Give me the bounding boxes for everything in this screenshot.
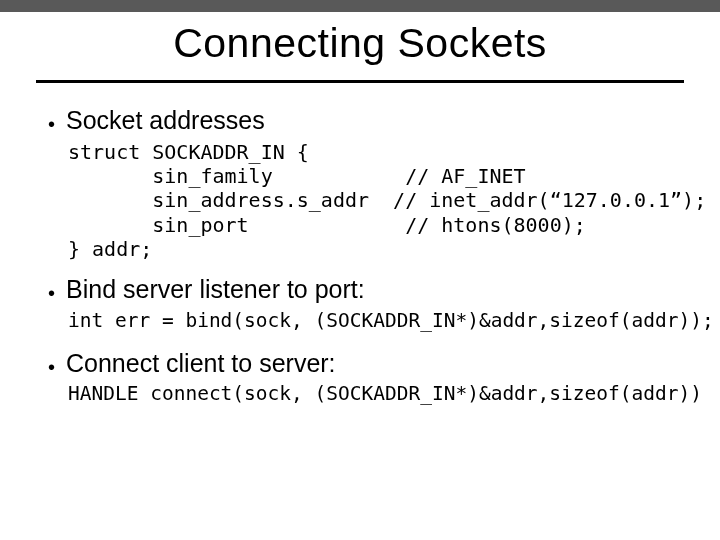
bullet-dot-icon: •: [48, 357, 66, 377]
code-line: } addr;: [68, 237, 152, 261]
bullet-text: Socket addresses: [66, 106, 265, 136]
code-line: sin_address.s_addr // inet_addr(“127.0.0…: [68, 188, 706, 212]
top-accent-bar: [0, 0, 720, 12]
code-block-struct: struct SOCKADDR_IN { sin_family // AF_IN…: [68, 140, 684, 262]
slide-title: Connecting Sockets: [0, 20, 720, 67]
slide-body: • Socket addresses struct SOCKADDR_IN { …: [48, 104, 684, 422]
bullet-dot-icon: •: [48, 283, 66, 303]
bullet-connect: • Connect client to server:: [48, 349, 684, 379]
bullet-bind: • Bind server listener to port:: [48, 275, 684, 305]
code-block-connect: HANDLE connect(sock, (SOCKADDR_IN*)&addr…: [68, 382, 684, 406]
code-line: HANDLE connect(sock, (SOCKADDR_IN*)&addr…: [68, 382, 702, 405]
code-line: struct SOCKADDR_IN {: [68, 140, 309, 164]
code-line: sin_family // AF_INET: [68, 164, 526, 188]
code-line: sin_port // htons(8000);: [68, 213, 586, 237]
bullet-dot-icon: •: [48, 114, 66, 134]
bullet-text: Bind server listener to port:: [66, 275, 365, 305]
title-underline: [36, 80, 684, 83]
code-line: int err = bind(sock, (SOCKADDR_IN*)&addr…: [68, 309, 714, 332]
code-block-bind: int err = bind(sock, (SOCKADDR_IN*)&addr…: [68, 309, 684, 333]
bullet-text: Connect client to server:: [66, 349, 336, 379]
bullet-socket-addresses: • Socket addresses: [48, 106, 684, 136]
slide: { "title": "Connecting Sockets", "bullet…: [0, 0, 720, 540]
